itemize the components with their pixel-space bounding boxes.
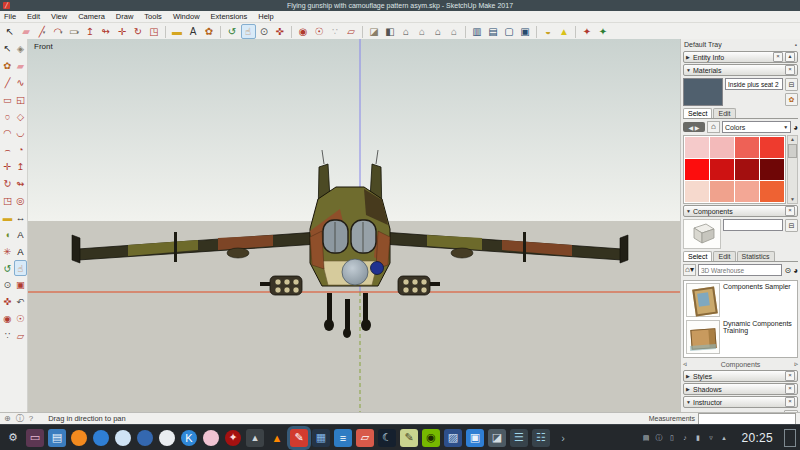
orbit-tool[interactable]: ↺ — [1, 260, 14, 277]
menu-item[interactable]: Window — [173, 12, 200, 21]
section-styles[interactable]: ▶ Styles × — [683, 370, 798, 382]
shadows-toggle-icon[interactable]: ◒ — [541, 24, 556, 39]
next-page-icon[interactable]: ▹ — [794, 360, 798, 368]
left-view-icon[interactable]: ⌂ — [431, 24, 446, 39]
offset-tool[interactable]: ◎ — [14, 192, 27, 209]
tape-measure-tool-icon[interactable]: ▬ — [170, 24, 185, 39]
polygon-tool[interactable]: ◇ — [14, 108, 27, 125]
chat-app[interactable] — [159, 430, 175, 446]
section-components[interactable]: ▼ Components × — [683, 205, 798, 217]
eraser-tool[interactable]: ▰ — [14, 57, 27, 74]
materials-tab[interactable]: Select — [683, 108, 712, 118]
protractor-tool[interactable]: ◖ — [1, 226, 14, 243]
start-menu-button[interactable]: ⚙ — [4, 429, 22, 447]
color-swatch[interactable] — [685, 159, 709, 180]
components-tab[interactable]: Select — [683, 251, 712, 261]
app-store-app[interactable]: ▣ — [466, 429, 484, 447]
position-camera-tool[interactable]: ◉ — [1, 310, 14, 327]
taskbar-clock[interactable]: 20:25 — [741, 431, 773, 445]
walk-tool[interactable]: ∵ — [1, 327, 14, 344]
freehand-tool[interactable]: ∿ — [14, 74, 27, 91]
notes-app[interactable]: ✎ — [400, 429, 418, 447]
tray-volume-icon[interactable]: ♪ — [680, 434, 689, 441]
gallery-app[interactable]: ◪ — [488, 429, 506, 447]
component-list-item[interactable]: Dynamic Components Training — [686, 320, 795, 354]
search-icon[interactable]: ⊙ — [784, 266, 791, 275]
shaded-style-icon[interactable]: ▣ — [518, 24, 533, 39]
image-editor-app[interactable]: ▦ — [312, 429, 330, 447]
menu-item[interactable]: Extensions — [211, 12, 248, 21]
components-tab[interactable]: Statistics — [737, 251, 775, 261]
system-monitor-app[interactable]: ☰ — [510, 429, 528, 447]
zoom-extents-icon[interactable]: ✜ — [273, 24, 288, 39]
nvidia-settings-app[interactable]: ◉ — [422, 429, 440, 447]
hidden-line-style-icon[interactable]: ▢ — [502, 24, 517, 39]
edge-app[interactable] — [93, 430, 109, 446]
three-point-arc-tool[interactable]: ⌢ — [1, 141, 14, 158]
tray-expand-icon[interactable]: ▴ — [719, 434, 728, 442]
fog-toggle-icon[interactable]: ▲ — [557, 24, 572, 39]
vlc-app[interactable]: ▲ — [268, 429, 286, 447]
material-history-nav[interactable]: ◀ ▶ — [683, 122, 705, 132]
screen-tool-app[interactable]: ▭ — [26, 429, 44, 447]
look-around-icon[interactable]: ☉ — [312, 24, 327, 39]
text-tool[interactable]: A — [14, 226, 27, 243]
panel-overflow-chevron[interactable]: › — [554, 429, 572, 447]
secondary-pane-icon[interactable]: ⊟ — [785, 219, 798, 232]
close-icon[interactable]: × — [785, 65, 795, 75]
tray-network-icon[interactable]: ▿ — [706, 434, 715, 442]
materials-scrollbar[interactable]: ▲ ▼ — [787, 135, 798, 204]
color-swatch[interactable] — [710, 181, 734, 202]
color-swatch[interactable] — [760, 159, 784, 180]
select-tool-icon[interactable]: ↖ — [3, 24, 18, 39]
scale-tool[interactable]: ◳ — [1, 192, 14, 209]
right-view-icon[interactable]: ⌂ — [415, 24, 430, 39]
make-component-tool[interactable]: ◈ — [14, 40, 27, 57]
measurements-input[interactable] — [698, 413, 796, 425]
follow-me-tool-icon[interactable]: ↬ — [99, 24, 114, 39]
night-color-app[interactable]: ☾ — [378, 429, 396, 447]
file-manager-app[interactable]: ▤ — [48, 429, 66, 447]
close-icon[interactable]: × — [785, 397, 795, 407]
close-icon[interactable]: × — [785, 206, 795, 216]
materials-tab[interactable]: Edit — [713, 108, 735, 118]
component-search-input[interactable] — [698, 264, 782, 276]
position-camera-icon[interactable]: ◉ — [296, 24, 311, 39]
zoom-window-tool[interactable]: ▣ — [14, 276, 27, 293]
scroll-thumb[interactable] — [788, 144, 797, 158]
iso-view-icon[interactable]: ◪ — [367, 24, 382, 39]
xray-style-icon[interactable]: ▥ — [470, 24, 485, 39]
browser-light-app[interactable] — [115, 430, 131, 446]
top-view-icon[interactable]: ◧ — [383, 24, 398, 39]
wine-app[interactable]: ✦ — [225, 430, 241, 446]
model-viewport[interactable]: Front — [28, 39, 680, 412]
move-tool-icon[interactable]: ✛ — [115, 24, 130, 39]
components-tab[interactable]: Edit — [713, 251, 735, 261]
rotate-tool[interactable]: ↻ — [1, 175, 14, 192]
section-plane-tool[interactable]: ▱ — [14, 327, 27, 344]
viewport-canvas[interactable] — [28, 39, 680, 412]
color-swatch[interactable] — [710, 159, 734, 180]
zoom-extents-tool[interactable]: ✜ — [1, 293, 14, 310]
arc-tool[interactable]: ◠ — [1, 124, 14, 141]
components-details-icon[interactable]: ◕ — [793, 266, 798, 275]
axes-tool[interactable]: ✳ — [1, 243, 14, 260]
color-swatch[interactable] — [760, 137, 784, 158]
scroll-down-icon[interactable]: ▼ — [790, 196, 795, 203]
menu-item[interactable]: Tools — [144, 12, 162, 21]
tape-measure-tool[interactable]: ▬ — [1, 209, 14, 226]
display-settings-app[interactable]: ☷ — [532, 429, 550, 447]
back-view-icon[interactable]: ⌂ — [447, 24, 462, 39]
tray-pin-icon[interactable]: ▪ — [795, 42, 797, 48]
credits-icon[interactable]: ⓘ — [16, 413, 24, 424]
media-app[interactable] — [203, 430, 219, 446]
look-around-tool[interactable]: ☉ — [14, 310, 27, 327]
orbit-tool-icon[interactable]: ↺ — [225, 24, 240, 39]
component-list-item[interactable]: Components Sampler — [686, 283, 795, 317]
scale-tool-icon[interactable]: ◳ — [147, 24, 162, 39]
in-model-materials-icon[interactable]: ⌂ — [707, 121, 720, 133]
push-pull-tool-icon[interactable]: ↥ — [83, 24, 98, 39]
front-view-icon[interactable]: ⌂ — [399, 24, 414, 39]
color-swatch[interactable] — [685, 137, 709, 158]
pan-tool-icon[interactable]: ☝ — [241, 24, 256, 39]
